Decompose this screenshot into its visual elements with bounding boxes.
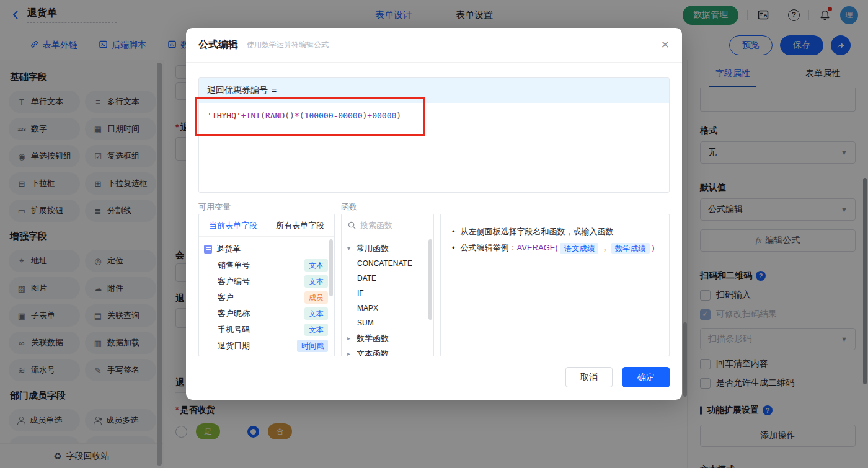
variable-type-badge: 时间戳 [297,340,328,352]
bullet: • [452,240,455,256]
formula-token: 100000 [304,111,334,120]
tip-example: 公式编辑举例：AVERAGE( 语文成绩 ， 数学成绩 ) [461,240,655,256]
variable-name: 客户编号 [218,276,250,287]
variable-name: 客户昵称 [218,308,250,319]
variable-row-1[interactable]: 客户编号文本 [204,273,329,289]
formula-editor[interactable]: 退回优惠券编号 = 'THYHQ'+INT(RAND()*(100000-000… [198,77,670,193]
example-field-chip: 语文成绩 [560,243,598,254]
variable-name: 退货日期 [218,340,250,351]
function-item-mapx[interactable]: MAPX [342,301,433,316]
variable-type-badge: 文本 [304,324,328,336]
tree-root-row[interactable]: 退货单 [204,241,329,257]
chevron-down-icon: ▾ [347,245,353,252]
variable-name: 销售单号 [218,260,250,271]
formula-help-panel: • 从左侧面板选择字段名和函数，或输入函数 • 公式编辑举例：AVERAGE( … [440,214,670,356]
function-item-if[interactable]: IF [342,286,433,301]
formula-token: ) [290,111,294,120]
variable-row-4[interactable]: 手机号码文本 [204,322,329,338]
close-icon[interactable]: ✕ [661,38,670,51]
formula-token: + [367,111,372,120]
tab-current-form-fields[interactable]: 当前表单字段 [209,220,257,231]
function-search-input[interactable] [360,221,422,230]
variable-row-2[interactable]: 客户成员 [204,289,329,306]
form-doc-icon [204,245,212,254]
function-group-label: 数学函数 [356,333,389,344]
function-item-concatenate[interactable]: CONCATENATE [342,256,433,271]
variable-type-badge: 文本 [304,259,328,272]
formula-token: ( [260,111,265,120]
example-function: AVERAGE( [517,243,558,252]
variables-label: 可用变量 [198,201,231,213]
modal-subtitle: 使用数学运算符编辑公式 [247,40,329,50]
functions-scrollbar[interactable] [428,239,432,320]
formula-target-field: 退回优惠券编号 [207,85,268,96]
formula-token: ( [285,111,290,120]
functions-label: 函数 [341,201,357,213]
functions-list: ▾常用函数CONCATENATEDATEIFMAPXSUM▸数学函数▸文本函数 [342,236,433,356]
variables-panel: 当前表单字段 所有表单字段 退货单 销售单号文本客户编号文本客户成员客户昵称文本… [198,214,335,356]
variable-type-badge: 文本 [304,275,328,288]
function-group-1[interactable]: ▸数学函数 [342,330,433,346]
variable-row-3[interactable]: 客户昵称文本 [204,306,329,322]
variables-scrollbar[interactable] [329,239,333,296]
variables-tabs: 当前表单字段 所有表单字段 [199,214,334,237]
modal-title: 公式编辑 [198,38,238,51]
tip-example-line: • 公式编辑举例：AVERAGE( 语文成绩 ， 数学成绩 ) [452,240,658,256]
variable-row-5[interactable]: 退货日期时间戳 [204,338,329,354]
search-icon [348,221,356,229]
formula-target-bar: 退回优惠券编号 = [199,78,669,103]
formula-token: + [241,111,246,120]
formula-token: 00000 [338,111,362,120]
function-search[interactable] [342,214,433,236]
example-field-chip: 数学成绩 [611,243,650,254]
modal-header: 公式编辑 使用数学运算符编辑公式 ✕ [186,28,682,63]
example-comma: ， [601,243,609,252]
chevron-right-icon: ▸ [347,350,353,356]
variable-type-badge: 文本 [304,307,328,320]
functions-panel: ▾常用函数CONCATENATEDATEIFMAPXSUM▸数学函数▸文本函数 [341,214,434,356]
variables-list: 退货单 销售单号文本客户编号文本客户成员客户昵称文本手机号码文本退货日期时间戳 [199,237,334,356]
tab-all-form-fields[interactable]: 所有表单字段 [276,220,324,231]
function-group-label: 文本函数 [356,348,389,357]
formula-token: 'THYHQ' [207,111,241,120]
form-designer-app: 退货单 表单设计 表单设置 数据管理 A ? 理 表单外链后端脚本数据权限 预览 [0,0,868,468]
variable-name: 手机号码 [218,324,250,335]
formula-token: 00000 [372,111,396,120]
function-item-sum[interactable]: SUM [342,316,433,330]
tip-line: • 从左侧面板选择字段名和函数，或输入函数 [452,224,658,240]
function-item-date[interactable]: DATE [342,271,433,286]
variable-name: 客户 [218,292,234,303]
cancel-button[interactable]: 取消 [565,367,613,387]
bullet: • [452,224,455,240]
tip-text: 从左侧面板选择字段名和函数，或输入函数 [461,224,614,240]
formula-token: INT [246,111,260,120]
tree-root-label: 退货单 [216,244,241,255]
formula-token: ) [396,111,401,120]
formula-token: ( [299,111,304,120]
function-group-0[interactable]: ▾常用函数 [342,241,433,256]
modal-footer: 取消 确定 [565,367,670,387]
formula-expression[interactable]: 'THYHQ'+INT(RAND()*(100000-00000)+00000) [199,103,669,128]
chevron-right-icon: ▸ [347,335,353,342]
example-close-paren: ) [652,243,654,252]
function-group-2[interactable]: ▸文本函数 [342,346,433,356]
example-prefix: 公式编辑举例： [461,243,517,252]
equals-sign: = [272,86,277,95]
variable-row-0[interactable]: 销售单号文本 [204,257,329,273]
formula-edit-modal: 公式编辑 使用数学运算符编辑公式 ✕ 退回优惠券编号 = 'THYHQ'+INT… [186,28,682,400]
confirm-button[interactable]: 确定 [622,367,670,387]
variable-type-badge: 成员 [304,291,328,304]
formula-token: RAND [265,111,285,120]
function-group-label: 常用函数 [356,243,389,254]
formula-token: * [294,111,299,120]
